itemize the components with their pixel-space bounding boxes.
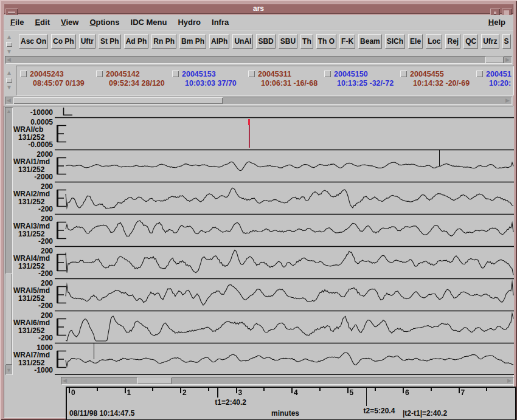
toolbar-scrollbar[interactable]: ◀▶ xyxy=(5,56,512,64)
toolbar-button-loc[interactable]: Loc xyxy=(426,34,442,49)
channel-name[interactable]: WRAI7/md xyxy=(13,351,50,359)
event-checkbox[interactable] xyxy=(324,71,331,77)
axis-origin-time: 08/11/98 10:14:47.5 xyxy=(69,409,134,418)
sash-handle[interactable] xyxy=(6,42,12,47)
ars-window: ars FileEditViewOptionsIDC MenuHydroInfr… xyxy=(0,0,517,420)
t1-cursor[interactable] xyxy=(217,388,218,398)
t-delta-label: |t2-t1|=2:40.2 xyxy=(403,409,447,418)
channel-name[interactable]: WRAI3/md xyxy=(13,222,50,230)
toolbar-button-unal[interactable]: UnAl xyxy=(232,34,253,49)
toolbar-button-beam[interactable]: Beam xyxy=(358,34,382,49)
menu-idc-menu[interactable]: IDC Menu xyxy=(125,16,173,29)
channel-scale-bottom: -200 xyxy=(13,270,53,277)
axis-tick-label: 7 xyxy=(461,388,465,397)
toolbar-button-f-k[interactable]: F-K xyxy=(339,34,355,49)
time-marker-line[interactable] xyxy=(94,343,94,359)
axis-major-tick xyxy=(347,388,349,393)
menu-file[interactable]: File xyxy=(5,16,29,29)
axis-tick-label: 1 xyxy=(127,388,131,397)
toolbar-button-th-o[interactable]: Th O xyxy=(316,34,336,49)
toolbar-button-sbu[interactable]: SBU xyxy=(279,34,297,49)
channel-name[interactable]: WRAI5/md xyxy=(13,287,50,294)
sash-down-icon[interactable]: ▼ xyxy=(5,49,13,55)
toolbar-button-qc[interactable]: QC xyxy=(463,34,478,49)
axis-major-tick xyxy=(236,388,237,393)
toolbar-button-ufrz[interactable]: Ufrz xyxy=(481,34,499,49)
toolbar-button-ele[interactable]: Ele xyxy=(408,34,423,49)
axis-major-tick xyxy=(459,388,460,393)
toolbar-button-ad-ph[interactable]: Ad Ph xyxy=(124,34,149,49)
event-time: 08:45:07 0/139 xyxy=(33,79,85,88)
event-checkbox[interactable] xyxy=(248,71,255,77)
channel-name[interactable]: WRAI2/md xyxy=(13,190,50,198)
event-item[interactable]: 2004531110:06:31 -16/-68 xyxy=(248,70,327,92)
event-checkbox[interactable] xyxy=(400,71,407,77)
scroll-thumb[interactable] xyxy=(5,274,12,365)
event-item[interactable]: 2004524308:45:07 0/139 xyxy=(20,70,99,92)
scroll-down-icon[interactable]: ▼ xyxy=(5,367,13,374)
toolbar-button-sbd[interactable]: SBD xyxy=(256,34,275,49)
menu-infra[interactable]: Infra xyxy=(206,16,234,29)
toolbar-button-rn-ph[interactable]: Rn Ph xyxy=(151,34,176,49)
event-id: 20045150 xyxy=(334,70,368,78)
scroll-left-icon[interactable]: ◀ xyxy=(61,377,68,384)
menu-edit[interactable]: Edit xyxy=(29,16,55,29)
waveform-vertical-scrollbar[interactable]: ▲▼ xyxy=(5,107,13,375)
axis-minor-tick xyxy=(431,388,432,391)
channel-name[interactable]: WRAI6/md xyxy=(13,319,50,326)
channel-name[interactable]: WRAI1/md xyxy=(13,158,50,165)
menu-hydro[interactable]: Hydro xyxy=(172,16,206,29)
channel-label-column: -100000.0005WRAI/cb131/252-0.00052000WRA… xyxy=(13,107,55,375)
waveform-canvas[interactable] xyxy=(55,107,514,375)
toolbar-button-bm-ph[interactable]: Bm Ph xyxy=(179,34,206,49)
toolbar-sash-control[interactable]: ▲▼ xyxy=(5,34,13,55)
event-item[interactable]: 2004515010:13:25 -32/-72 xyxy=(324,70,403,92)
time-axis: t1=2:40.2 t2=5:20.4 08/11/98 10:14:47.5 … xyxy=(66,387,516,420)
toolbar-button-uftr[interactable]: Uftr xyxy=(79,34,95,49)
axis-minor-tick xyxy=(208,388,209,391)
sash-up-icon[interactable]: ▲ xyxy=(5,70,13,76)
toolbar-button-st-ph[interactable]: St Ph xyxy=(99,34,121,49)
event-list-scrollbar[interactable]: ◀▶ xyxy=(5,97,512,105)
event-item[interactable]: 2004514209:52:34 28/120 xyxy=(96,70,175,92)
toolbar-button-th[interactable]: Th xyxy=(300,34,313,49)
scroll-right-icon[interactable]: ▶ xyxy=(504,56,511,63)
t2-cursor[interactable] xyxy=(366,388,367,406)
scroll-left-icon[interactable]: ◀ xyxy=(5,56,12,63)
toolbar-button-slch[interactable]: SlCh xyxy=(385,34,405,49)
toolbar-button-asc-on[interactable]: Asc On xyxy=(19,34,48,49)
event-item[interactable]: 2004515310:03:03 37/70 xyxy=(172,70,251,92)
scroll-right-icon[interactable]: ▶ xyxy=(506,377,513,384)
waveform-plot xyxy=(55,107,514,375)
sash-handle[interactable] xyxy=(6,78,12,83)
toolbar-button-co-ph[interactable]: Co Ph xyxy=(51,34,76,49)
scroll-thumb[interactable] xyxy=(485,57,504,63)
event-checkbox[interactable] xyxy=(96,71,103,77)
axis-major-tick xyxy=(69,388,70,393)
scroll-right-icon[interactable]: ▶ xyxy=(504,97,511,104)
sash-up-icon[interactable]: ▲ xyxy=(5,34,13,40)
toolbar-button-s[interactable]: S xyxy=(502,34,511,49)
menu-options[interactable]: Options xyxy=(84,16,125,29)
event-checkbox[interactable] xyxy=(476,71,483,77)
event-sash-control[interactable]: ▲▼ xyxy=(5,70,13,91)
scroll-up-icon[interactable]: ▲ xyxy=(5,108,13,115)
channel-name[interactable]: WRAI/cb xyxy=(13,126,43,133)
scroll-left-icon[interactable]: ◀ xyxy=(5,97,12,104)
time-scrollbar[interactable]: ◀▶ xyxy=(61,377,514,385)
toolbar-button-alph[interactable]: AlPh xyxy=(209,34,229,49)
phase-pick-flag[interactable] xyxy=(248,119,250,125)
time-marker-line[interactable] xyxy=(439,150,440,166)
scroll-thumb[interactable] xyxy=(13,97,223,104)
scroll-thumb[interactable] xyxy=(137,377,172,384)
menubar-help[interactable]: Help xyxy=(483,16,511,29)
event-item[interactable]: 2004545510:14:32 -20/-69 xyxy=(400,70,479,92)
channel-name[interactable]: WRAI4/md xyxy=(13,255,50,262)
sash-down-icon[interactable]: ▼ xyxy=(5,84,13,91)
event-checkbox[interactable] xyxy=(172,71,179,77)
toolbar-button-rej[interactable]: Rej xyxy=(445,34,460,49)
menu-view[interactable]: View xyxy=(55,16,84,29)
event-checkbox[interactable] xyxy=(20,71,27,77)
event-item[interactable]: 20045110:20: xyxy=(476,70,514,92)
titlebar[interactable]: ars xyxy=(4,4,513,14)
